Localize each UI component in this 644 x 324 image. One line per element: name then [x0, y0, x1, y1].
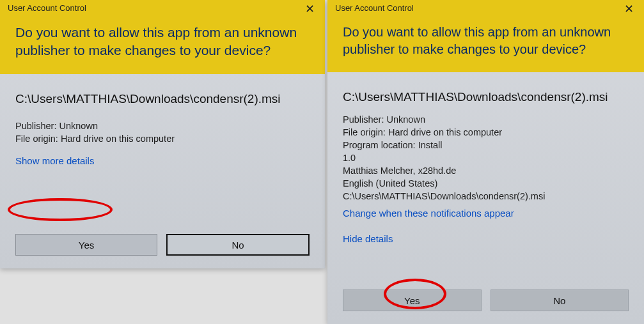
uac-dialog-expanded: User Account Control ✕ Do you want to al…: [327, 0, 644, 324]
program-location-line: Program location: Install: [343, 140, 629, 150]
yes-button[interactable]: Yes: [343, 289, 482, 311]
dialog-body: C:\Users\MATTHIAS\Downloads\condensr(2).…: [0, 74, 325, 225]
language-line: English (United States): [343, 178, 629, 189]
file-origin-line: File origin: Hard drive on this computer: [343, 127, 629, 137]
header: Do you want to allow this app from an un…: [0, 17, 325, 74]
titlebar: User Account Control ✕: [0, 0, 325, 17]
close-icon[interactable]: ✕: [301, 3, 318, 15]
publisher-line: Publisher: Unknown: [15, 121, 310, 131]
file-path: C:\Users\MATTHIAS\Downloads\condensr(2).…: [343, 89, 629, 105]
window-title: User Account Control: [335, 3, 414, 13]
window-title: User Account Control: [8, 3, 86, 13]
file-origin-line: File origin: Hard drive on this computer: [15, 134, 310, 144]
change-notifications-link[interactable]: Change when these notifications appear: [343, 208, 514, 219]
close-icon[interactable]: ✕: [620, 3, 638, 15]
button-row: Yes No: [0, 225, 325, 268]
publisher-line: Publisher: Unknown: [343, 114, 629, 125]
author-line: Matthias Melcher, x28hd.de: [343, 166, 629, 176]
yes-button[interactable]: Yes: [15, 234, 157, 256]
uac-question: Do you want to allow this app from an un…: [15, 24, 310, 60]
header: Do you want to allow this app from an un…: [327, 17, 644, 72]
uac-dialog-collapsed: User Account Control ✕ Do you want to al…: [0, 0, 325, 268]
show-more-details-link[interactable]: Show more details: [15, 155, 94, 166]
button-row: Yes No: [327, 281, 644, 324]
titlebar: User Account Control ✕: [327, 0, 644, 17]
no-button[interactable]: No: [166, 234, 310, 256]
full-path-line: C:\Users\MATTHIAS\Downloads\condensr(2).…: [343, 191, 629, 201]
no-button[interactable]: No: [491, 289, 629, 311]
file-path: C:\Users\MATTHIAS\Downloads\condensr(2).…: [15, 91, 310, 107]
hide-details-link[interactable]: Hide details: [343, 233, 393, 244]
version-line: 1.0: [343, 153, 629, 163]
uac-question: Do you want to allow this app from an un…: [343, 24, 629, 58]
dialog-body: C:\Users\MATTHIAS\Downloads\condensr(2).…: [327, 72, 644, 281]
